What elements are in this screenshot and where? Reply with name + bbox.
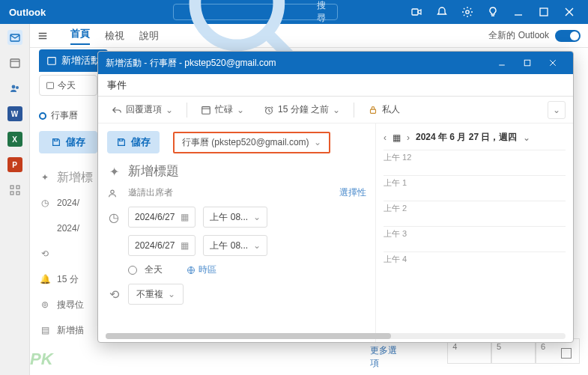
location-icon: ⊚ (39, 299, 51, 310)
search-input[interactable]: 搜尋 (173, 4, 338, 20)
calendar-icon[interactable] (7, 55, 22, 70)
svg-rect-28 (119, 139, 122, 141)
clock-icon: ◷ (107, 210, 121, 225)
meet-now-button[interactable] (404, 0, 429, 24)
time-slot[interactable]: 上午 3 (384, 226, 566, 251)
people-icon[interactable] (7, 81, 22, 96)
today-button-bg[interactable]: 今天 (39, 75, 97, 96)
calendar-today-icon (46, 81, 55, 90)
settings-button[interactable] (455, 0, 480, 24)
mail-icon[interactable] (7, 30, 22, 45)
app-brand: Outlook (9, 7, 46, 18)
svg-rect-16 (16, 192, 19, 195)
dialog-toolbar: 回覆選項 ⌄ 忙碌 ⌄ 15 分鐘 之前 ⌄ 私人 ⌄ (98, 97, 573, 124)
bell-icon: 🔔 (39, 274, 51, 284)
repeat-select[interactable]: 不重複 ⌄ (128, 284, 184, 305)
sparkle-icon: ✦ (39, 172, 51, 183)
chevron-down-icon: ⌄ (333, 105, 340, 115)
calendar-plus-icon (46, 55, 57, 66)
event-title-input[interactable] (128, 164, 366, 179)
svg-rect-9 (10, 59, 19, 67)
svg-rect-19 (54, 139, 57, 141)
save-button[interactable]: 儲存 (107, 131, 160, 153)
chevron-down-icon: ⌄ (166, 105, 173, 115)
svg-rect-17 (48, 58, 56, 65)
svg-point-3 (466, 10, 469, 13)
repeat-icon: ⟲ (39, 249, 51, 259)
calendar-picker-icon: ▦ (181, 240, 189, 251)
reminder-button[interactable]: 15 分鐘 之前 ⌄ (258, 100, 346, 119)
alarm-icon (264, 105, 274, 115)
dialog-titlebar: 新增活動 - 行事曆 - pkstep520@gmail.com (98, 52, 573, 74)
dialog-minimize-button[interactable] (489, 52, 515, 74)
minimize-button[interactable] (506, 0, 531, 24)
svg-rect-5 (540, 8, 548, 16)
preview-date: 2024 年 6 月 27 日，週四 (416, 131, 517, 144)
repeat-icon: ⟲ (107, 287, 121, 302)
time-slot[interactable]: 上午 12 (384, 150, 566, 175)
chevron-down-icon[interactable]: ⌄ (523, 132, 530, 143)
horizontal-scrollbar[interactable] (106, 333, 566, 339)
private-button[interactable]: 私人 (362, 100, 406, 119)
search-placeholder: 搜尋 (317, 0, 333, 25)
tab-help[interactable]: 說明 (139, 29, 159, 43)
allday-label: 全天 (145, 263, 163, 276)
close-button[interactable] (557, 0, 582, 24)
start-date-input[interactable]: 2024/6/27 ▦ (128, 207, 196, 228)
new-outlook-toggle[interactable] (555, 30, 581, 42)
calendar-mini-icon[interactable]: ▦ (392, 132, 401, 143)
time-slot[interactable]: 上午 2 (384, 201, 566, 226)
svg-rect-18 (47, 82, 54, 88)
end-date-input[interactable]: 2024/6/27 ▦ (128, 235, 196, 256)
reply-options-button[interactable]: 回覆選項 ⌄ (106, 100, 179, 119)
time-slot[interactable]: 上午 4 (384, 251, 566, 277)
calendar-picker-icon: ▦ (181, 212, 189, 222)
maximize-button[interactable] (531, 0, 557, 24)
chevron-down-icon[interactable]: ⌄ (548, 101, 566, 119)
tab-home[interactable]: 首頁 (70, 27, 90, 45)
lock-icon (368, 105, 378, 115)
busy-status-button[interactable]: 忙碌 ⌄ (195, 100, 250, 119)
powerpoint-icon[interactable]: P (7, 157, 22, 172)
svg-point-11 (11, 85, 15, 89)
app-rail: W X P (0, 24, 30, 375)
calendar-select[interactable]: 行事曆 (pkstep520@gmail.com) ⌄ (173, 132, 330, 153)
svg-rect-2 (412, 9, 418, 15)
more-options-link[interactable]: 更多選項 (370, 344, 402, 364)
prev-day-button[interactable]: ‹ (384, 132, 387, 143)
excel-icon[interactable]: X (7, 132, 22, 147)
svg-point-12 (16, 86, 19, 89)
svg-rect-27 (371, 109, 376, 113)
calendar-dot-icon (39, 112, 46, 120)
dialog-maximize-button[interactable] (515, 52, 540, 74)
svg-rect-21 (524, 60, 530, 66)
notifications-button[interactable] (429, 0, 455, 24)
timezone-link[interactable]: 時區 (187, 263, 216, 276)
globe-icon (187, 266, 196, 275)
time-slot[interactable]: 上午 1 (384, 175, 566, 201)
allday-toggle[interactable] (128, 266, 137, 275)
tab-view[interactable]: 檢視 (105, 29, 124, 43)
svg-point-0 (196, 0, 279, 46)
svg-rect-14 (16, 186, 19, 189)
svg-point-29 (111, 190, 114, 193)
calendar-label-bg[interactable]: 行事曆 (39, 109, 97, 122)
sparkle-icon: ✦ (107, 165, 121, 179)
save-button-bg[interactable]: 儲存 (39, 131, 97, 153)
titlebar: Outlook 搜尋 (0, 0, 588, 24)
word-icon[interactable]: W (7, 106, 22, 121)
dialog-close-button[interactable] (540, 52, 566, 74)
svg-rect-13 (10, 186, 13, 189)
invite-attendees-input[interactable]: 邀請出席者 (128, 186, 332, 199)
next-day-button[interactable]: › (407, 132, 410, 143)
tips-button[interactable] (480, 0, 506, 24)
hamburger-icon[interactable] (37, 31, 48, 41)
more-apps-icon[interactable] (7, 183, 22, 198)
end-time-input[interactable]: 上午 08...⌄ (203, 235, 267, 256)
resize-handle-icon[interactable] (561, 348, 572, 359)
optional-link[interactable]: 選擇性 (339, 186, 366, 199)
start-time-input[interactable]: 上午 08...⌄ (203, 207, 267, 228)
chevron-down-icon: ⌄ (168, 289, 175, 299)
note-icon: ▤ (39, 325, 51, 335)
reply-icon (112, 105, 122, 115)
